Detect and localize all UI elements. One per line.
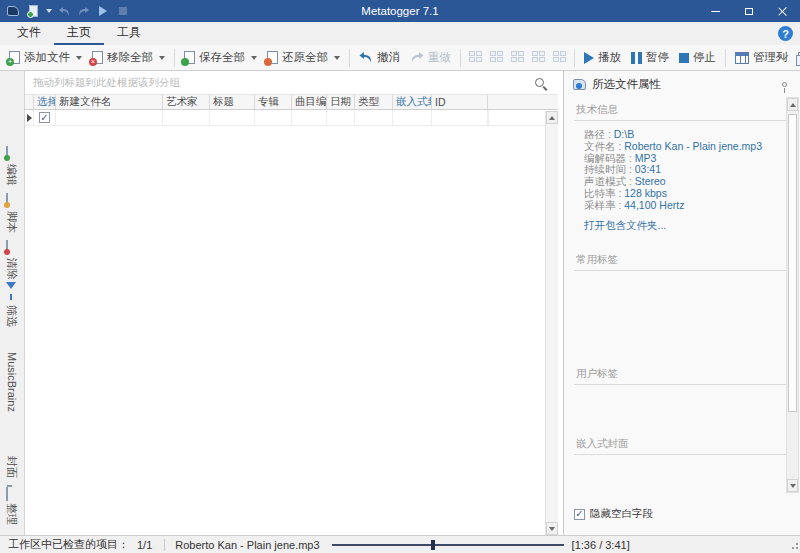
quick-save-dropdown-icon[interactable] <box>46 9 52 13</box>
row-select-cell[interactable]: ✓ <box>34 110 56 125</box>
cell-genre[interactable] <box>355 110 393 125</box>
section-embedded-cover: 嵌入式封面 <box>574 431 790 455</box>
cell-artist[interactable] <box>163 110 210 125</box>
cell-id[interactable] <box>432 110 488 125</box>
sidebar-item-edit[interactable]: 编辑 <box>1 147 23 186</box>
cell-album[interactable] <box>255 110 292 125</box>
ribbon-collapse-button[interactable] <box>780 52 792 60</box>
quick-play-icon[interactable] <box>96 4 110 18</box>
status-bar: 工作区中已检查的项目： 1/1 Roberto Kan - Plain jene… <box>0 535 800 553</box>
window-controls <box>698 0 800 22</box>
tab-home[interactable]: 主页 <box>54 22 104 45</box>
title-bar: Metatogger 7.1 <box>0 0 800 22</box>
column-header-new-filename[interactable]: 新建文件名 <box>56 95 163 109</box>
column-header-select[interactable]: 选择 <box>34 95 56 109</box>
ribbon-tab-row: 文件 主页 工具 <box>0 22 800 45</box>
group-by-panel[interactable]: 拖动列标题到此处根据该列分组 <box>25 71 558 95</box>
panel-scroll-thumb[interactable] <box>788 114 797 412</box>
sidebar-item-covers[interactable]: 封面 <box>1 439 23 478</box>
minimize-button[interactable] <box>698 0 732 22</box>
save-all-button[interactable]: 保存全部 <box>179 47 262 69</box>
cell-title[interactable] <box>210 110 255 125</box>
workspace-layout-1-icon <box>469 51 482 64</box>
edit-icon <box>6 147 18 159</box>
field-sample-rate: 采样率 : 44,100 Hertz <box>584 200 800 212</box>
play-button[interactable]: 播放 <box>579 47 626 69</box>
playback-track <box>332 544 564 546</box>
cell-filler <box>488 110 489 125</box>
sidebar-item-organize[interactable]: 整理 <box>1 486 23 525</box>
open-containing-folder-link[interactable]: 打开包含文件夹... <box>564 212 800 233</box>
tab-tools[interactable]: 工具 <box>104 22 154 45</box>
section-user-tags: 用户标签 <box>574 361 790 385</box>
remove-all-button[interactable]: × 移除全部 <box>87 47 170 69</box>
sidebar-item-filter[interactable]: 筛选 <box>1 288 23 327</box>
column-header-id[interactable]: ID <box>432 95 488 109</box>
hide-empty-fields-row[interactable]: ✓ 隐藏空白字段 <box>574 507 653 521</box>
add-files-button[interactable]: + 添加文件 <box>4 47 87 69</box>
sidebar-item-clean[interactable]: 清除 <box>1 241 23 280</box>
add-files-dropdown-icon[interactable] <box>76 56 82 60</box>
scroll-down-icon <box>549 527 555 531</box>
stop-button[interactable]: 停止 <box>674 47 721 69</box>
panel-scroll-down-button[interactable] <box>787 479 798 492</box>
save-all-dropdown-icon[interactable] <box>251 56 257 60</box>
scroll-up-icon <box>790 103 796 107</box>
scroll-down-button[interactable] <box>546 522 558 535</box>
column-header-album[interactable]: 专辑 <box>255 95 292 109</box>
pin-icon[interactable] <box>782 82 787 87</box>
column-header-date[interactable]: 日期 <box>327 95 355 109</box>
remove-all-dropdown-icon[interactable] <box>159 56 165 60</box>
section-technical-info: 技术信息 <box>574 97 790 121</box>
toolbar-separator <box>460 49 461 67</box>
row-indicator <box>25 110 34 125</box>
toolbar-separator <box>174 49 175 67</box>
column-header-artist[interactable]: 艺术家 <box>163 95 210 109</box>
save-all-icon <box>184 51 195 64</box>
search-icon[interactable] <box>535 78 544 87</box>
panel-vertical-scrollbar[interactable] <box>786 97 799 493</box>
help-icon[interactable]: ? <box>778 26 793 41</box>
playback-slider[interactable] <box>332 539 564 551</box>
technical-fields: 路径 : D:\B 文件名 : Roberto Kan - Plain jene… <box>564 121 800 212</box>
quick-stop-icon[interactable] <box>116 4 130 18</box>
tab-file[interactable]: 文件 <box>4 22 54 45</box>
quick-undo-icon <box>58 6 71 17</box>
cell-embedded-cover[interactable] <box>393 110 432 125</box>
items-checked-value: 1/1 <box>137 539 152 551</box>
cell-date[interactable] <box>327 110 355 125</box>
properties-panel-header: 所选文件属性 <box>564 71 800 97</box>
table-row[interactable]: ✓ <box>25 110 558 126</box>
cell-new-filename[interactable] <box>56 110 163 125</box>
playback-time: [1:36 / 3:41] <box>572 539 630 551</box>
undo-button[interactable]: 撤消 <box>354 47 405 69</box>
scroll-down-icon <box>790 484 796 488</box>
grid-vertical-scrollbar[interactable] <box>545 111 558 535</box>
close-button[interactable] <box>766 0 800 22</box>
column-header-title[interactable]: 标题 <box>210 95 255 109</box>
restore-all-dropdown-icon[interactable] <box>334 56 340 60</box>
maximize-button[interactable] <box>732 0 766 22</box>
quick-save-icon[interactable] <box>26 4 40 18</box>
cell-track-number[interactable] <box>292 110 327 125</box>
column-header-embedded-cover[interactable]: 嵌入式封面 <box>393 95 432 109</box>
statusbar-separator <box>164 539 165 551</box>
workspace-button[interactable]: 工作空间 <box>793 47 800 69</box>
restore-all-button[interactable]: 还原全部 <box>262 47 345 69</box>
playback-thumb[interactable] <box>431 540 435 550</box>
sidebar-item-musicbrainz[interactable]: MusicBrainz <box>1 335 23 412</box>
pause-button[interactable]: 暂停 <box>626 47 674 69</box>
hide-empty-fields-checkbox[interactable]: ✓ <box>574 509 585 520</box>
row-checkbox[interactable]: ✓ <box>39 112 50 123</box>
redo-button: 重做 <box>405 47 456 69</box>
workspace-layout-3-icon <box>511 51 524 64</box>
column-header-genre[interactable]: 类型 <box>355 95 393 109</box>
quick-access-toolbar <box>0 4 130 18</box>
resize-grip[interactable] <box>790 543 798 551</box>
cover-icon <box>6 439 18 451</box>
column-header-track-number[interactable]: 曲目编号 <box>292 95 327 109</box>
scroll-up-button[interactable] <box>546 111 558 124</box>
panel-scroll-up-button[interactable] <box>787 98 798 111</box>
hide-empty-fields-label: 隐藏空白字段 <box>590 507 653 521</box>
sidebar-item-scripts[interactable]: 脚本 <box>1 194 23 233</box>
